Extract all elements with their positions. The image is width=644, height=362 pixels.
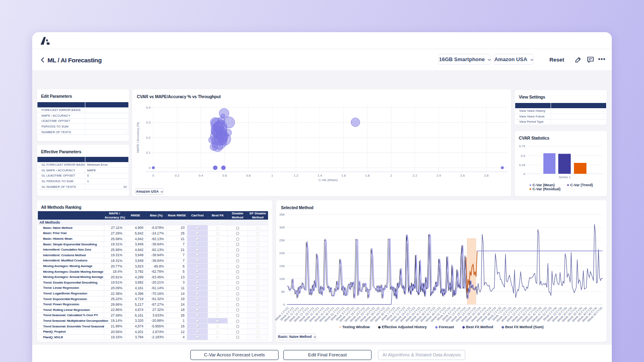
- svg-text:0.5: 0.5: [521, 154, 526, 158]
- svg-text:30K: 30K: [279, 226, 285, 229]
- svg-text:MAPE / Accuracy (%): MAPE / Accuracy (%): [136, 122, 140, 153]
- svg-text:0.2: 0.2: [175, 174, 180, 177]
- svg-text:0.4: 0.4: [198, 174, 203, 177]
- svg-text:5K: 5K: [281, 290, 285, 294]
- svg-text:1.6: 1.6: [341, 174, 346, 177]
- svg-text:15K: 15K: [279, 264, 285, 268]
- svg-text:0.3: 0.3: [146, 121, 151, 124]
- svg-text:0: 0: [524, 172, 526, 176]
- svg-text:2.8: 2.8: [484, 174, 489, 177]
- svg-text:0: 0: [149, 166, 151, 170]
- svg-text:2.2: 2.2: [413, 174, 417, 177]
- svg-text:2.4: 2.4: [436, 174, 441, 177]
- svg-text:0.8: 0.8: [246, 174, 251, 177]
- svg-text:2.6: 2.6: [460, 174, 465, 177]
- svg-text:C-Var (Mean): C-Var (Mean): [318, 178, 338, 182]
- svg-text:0: 0: [153, 174, 155, 177]
- svg-text:1: 1: [271, 174, 273, 177]
- svg-text:10K: 10K: [279, 277, 285, 281]
- svg-text:1.8: 1.8: [365, 174, 370, 177]
- svg-text:25K: 25K: [279, 239, 285, 242]
- svg-text:Series 1: Series 1: [559, 175, 571, 179]
- svg-text:0.6: 0.6: [223, 174, 227, 177]
- svg-text:0: 0: [283, 303, 285, 306]
- svg-text:20K: 20K: [279, 251, 285, 255]
- svg-text:1.4: 1.4: [318, 174, 322, 177]
- svg-text:0.25: 0.25: [519, 163, 525, 167]
- svg-text:0.1: 0.1: [146, 151, 151, 154]
- svg-text:0.75: 0.75: [519, 144, 525, 148]
- svg-text:0.4: 0.4: [146, 106, 151, 109]
- svg-text:1.2: 1.2: [294, 174, 299, 177]
- svg-text:2: 2: [390, 174, 392, 177]
- svg-text:0.2: 0.2: [146, 136, 151, 140]
- svg-text:35K: 35K: [279, 213, 285, 216]
